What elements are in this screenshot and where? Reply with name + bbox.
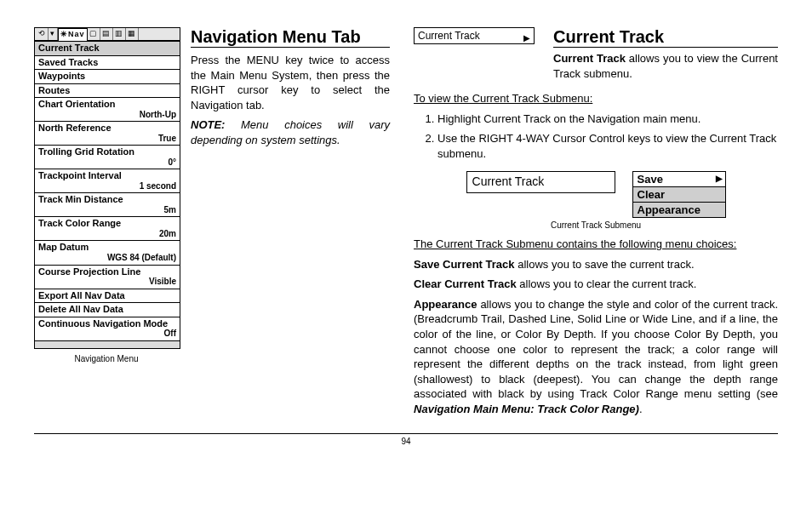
chevron-right-icon: ▶ bbox=[523, 33, 530, 43]
step-2: Use the RIGHT 4-WAY Cursor Control keys … bbox=[437, 131, 778, 161]
nav-item-delete-nav: Delete All Nav Data bbox=[35, 303, 180, 317]
nav-item-export-nav: Export All Nav Data bbox=[35, 289, 180, 304]
nav-item-map-datum: Map DatumWGS 84 (Default) bbox=[35, 241, 180, 265]
nav-item-trackpoint-interval: Trackpoint Interval1 second bbox=[35, 169, 180, 193]
nav-item-track-min-distance: Track Min Distance5m bbox=[35, 193, 180, 217]
nav-menu-tab-note: NOTE: Menu choices will vary depending o… bbox=[191, 117, 390, 147]
submenu-view-heading: To view the Current Track Submenu: bbox=[414, 91, 778, 106]
nav-item-track-color-range: Track Color Range20m bbox=[35, 217, 180, 241]
current-track-heading: Current Track bbox=[553, 27, 778, 48]
submenu-figure-caption: Current Track Submenu bbox=[414, 220, 778, 230]
nav-item-continuous-nav: Continuous Navigation ModeOff bbox=[35, 317, 180, 340]
submenu-item-appearance: Appearance bbox=[633, 203, 725, 217]
nav-menu-scroll-indicator bbox=[35, 340, 180, 348]
submenu-choices-heading: The Current Track Submenu contains the f… bbox=[414, 237, 778, 252]
navigation-menu: ⟲▾ ✳Nav ▢▤▥▦ Current Track Saved Tracks … bbox=[34, 27, 180, 349]
footer-rule bbox=[34, 433, 778, 434]
nav-item-trolling-grid: Trolling Grid Rotation0° bbox=[35, 146, 180, 169]
page-number: 94 bbox=[34, 437, 778, 446]
nav-menu-tab-heading: Navigation Menu Tab bbox=[191, 27, 390, 48]
figure-submenu-box: Save▶ Clear Appearance bbox=[632, 171, 726, 218]
clear-current-track-desc: Clear Current Track allows you to clear … bbox=[414, 277, 778, 292]
nav-item-chart-orientation: Chart OrientationNorth-Up bbox=[35, 98, 180, 122]
nav-item-routes: Routes bbox=[35, 84, 180, 99]
current-track-submenu-figure: Current Track Save▶ Clear Appearance bbox=[414, 171, 778, 218]
submenu-view-steps: Highlight Current Track on the Navigatio… bbox=[414, 111, 778, 162]
nav-item-waypoints: Waypoints bbox=[35, 70, 180, 84]
nav-menu-tab-body: Press the MENU key twice to access the M… bbox=[191, 53, 390, 112]
figure-current-track-box: Current Track bbox=[466, 171, 615, 193]
nav-item-course-projection: Course Projection LineVisible bbox=[35, 266, 180, 289]
submenu-item-clear: Clear bbox=[633, 187, 725, 203]
nav-item-north-reference: North ReferenceTrue bbox=[35, 122, 180, 146]
nav-menu-tabstrip: ⟲▾ ✳Nav ▢▤▥▦ bbox=[35, 28, 180, 42]
current-track-intro: Current Track allows you to view the Cur… bbox=[553, 51, 778, 81]
current-track-label-box: Current Track ▶ bbox=[414, 27, 535, 44]
nav-item-saved-tracks: Saved Tracks bbox=[35, 56, 180, 71]
chevron-right-icon: ▶ bbox=[716, 174, 723, 183]
nav-item-current-track: Current Track bbox=[35, 42, 180, 56]
nav-menu-caption: Navigation Menu bbox=[34, 354, 179, 363]
save-current-track-desc: Save Current Track allows you to save th… bbox=[414, 257, 778, 272]
submenu-item-save: Save▶ bbox=[633, 172, 725, 187]
appearance-desc: Appearance allows you to change the styl… bbox=[414, 297, 778, 416]
step-1: Highlight Current Track on the Navigatio… bbox=[437, 111, 778, 127]
